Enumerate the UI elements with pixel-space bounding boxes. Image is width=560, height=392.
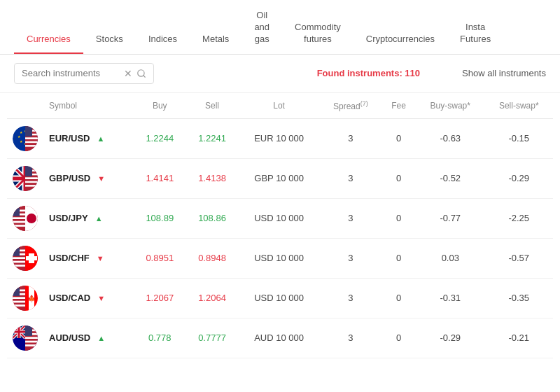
- svg-line-1: [144, 75, 146, 77]
- col-header-lot: Lot: [238, 93, 319, 119]
- spread-aud-usd: 3: [320, 318, 382, 358]
- flag-icon-usd-jpy: [13, 206, 38, 231]
- symbol-name-usd-jpy: USD/JPY: [49, 213, 88, 223]
- col-header-buy-swap: Buy-swap*: [416, 93, 484, 119]
- trend-indicator-usd-jpy: ▲: [95, 214, 103, 223]
- fee-eur-usd: 0: [382, 118, 416, 158]
- buy-price-usd-chf: 0.8951: [134, 238, 186, 278]
- svg-rect-78: [13, 304, 25, 307]
- symbol-cell-eur-usd: EUR/USD▲: [43, 118, 134, 158]
- svg-point-58: [27, 214, 36, 223]
- flag-icon-gbp-usd: [13, 166, 38, 191]
- spread-gbp-usd: 3: [320, 158, 382, 198]
- tab-metals[interactable]: Metals: [190, 24, 241, 54]
- svg-rect-21: [25, 143, 38, 145]
- symbol-name-aud-usd: AUD/USD: [49, 332, 90, 343]
- search-input[interactable]: [22, 68, 120, 78]
- flag-cell-gbp-usd: [7, 158, 43, 198]
- svg-rect-44: [25, 183, 38, 185]
- svg-rect-43: [25, 181, 38, 183]
- lot-usd-cad: USD 10 000: [238, 278, 319, 318]
- svg-rect-104: [25, 340, 38, 342]
- tab-oil-gas[interactable]: Oil and gas: [241, 0, 282, 54]
- sell-swap-usd-cad: -0.35: [484, 278, 553, 318]
- col-icon: [7, 93, 43, 119]
- svg-rect-103: [25, 337, 38, 339]
- symbol-name-usd-chf: USD/CHF: [49, 253, 90, 263]
- spread-usd-cad: 3: [320, 278, 382, 318]
- tab-indices[interactable]: Indices: [136, 24, 190, 54]
- sell-price-gbp-usd: 1.4138: [186, 158, 239, 198]
- table-row: 🍁 USD/CAD▼1.20671.2064USD 10 00030-0.31-…: [7, 278, 553, 318]
- trend-indicator-usd-chf: ▼: [97, 254, 104, 262]
- symbol-cell-usd-cad: USD/CAD▼: [43, 278, 134, 318]
- col-header-sell: Sell: [186, 93, 239, 119]
- svg-rect-46: [25, 186, 38, 188]
- svg-rect-77: [13, 300, 25, 302]
- search-box[interactable]: ✕: [14, 63, 154, 84]
- sell-swap-gbp-usd: -0.29: [484, 158, 553, 198]
- svg-rect-47: [25, 166, 32, 176]
- table-body: ★ ★ ★ ★ ★ ★ ★ ★: [7, 118, 553, 358]
- table-row: GBP/USD▼1.41411.4138GBP 10 00030-0.52-0.…: [7, 158, 553, 198]
- buy-price-usd-cad: 1.2067: [134, 278, 186, 318]
- buy-swap-eur-usd: -0.63: [416, 118, 484, 158]
- fee-usd-chf: 0: [382, 238, 416, 278]
- fee-gbp-usd: 0: [382, 158, 416, 198]
- svg-rect-106: [25, 326, 32, 336]
- tab-stocks[interactable]: Stocks: [83, 24, 136, 54]
- sell-swap-usd-chf: -0.57: [484, 238, 553, 278]
- col-header-sell-swap: Sell-swap*: [484, 93, 553, 119]
- tab-cryptocurrencies[interactable]: Cryptocurrencies: [354, 24, 447, 54]
- flag-cell-aud-usd: ★ ★ ★ ★ ★: [7, 318, 43, 358]
- sell-swap-eur-usd: -0.15: [484, 118, 553, 158]
- svg-rect-67: [13, 246, 20, 256]
- svg-rect-55: [13, 225, 25, 227]
- table-row: USD/JPY▲108.89108.86USD 10 00030-0.77-2.…: [7, 198, 553, 238]
- symbol-cell-usd-chf: USD/CHF▼: [43, 238, 134, 278]
- lot-aud-usd: AUD 10 000: [238, 318, 319, 358]
- fee-aud-usd: 0: [382, 318, 416, 358]
- show-all-instruments[interactable]: Show all instruments: [462, 68, 546, 78]
- col-header-fee: Fee: [382, 93, 416, 119]
- search-clear-icon[interactable]: ✕: [124, 68, 132, 79]
- svg-rect-53: [13, 217, 25, 219]
- svg-rect-76: [13, 297, 25, 299]
- sell-price-usd-jpy: 108.86: [186, 198, 239, 238]
- buy-swap-gbp-usd: -0.52: [416, 158, 484, 198]
- flag-cell-usd-chf: [7, 238, 43, 278]
- buy-swap-usd-jpy: -0.77: [416, 198, 484, 238]
- tab-commodity-futures[interactable]: Commodity futures: [282, 12, 354, 54]
- lot-usd-chf: USD 10 000: [238, 238, 319, 278]
- table-row: USD/CHF▼0.89510.8948USD 10 000300.03-0.5…: [7, 238, 553, 278]
- svg-rect-54: [13, 220, 25, 223]
- flag-icon-aud-usd: ★ ★ ★ ★ ★: [13, 326, 38, 351]
- buy-price-usd-jpy: 108.89: [134, 198, 186, 238]
- search-bar: ✕ Found instruments: 110 Show all instru…: [0, 55, 560, 93]
- table-row: ★ ★ ★ ★ ★ ★ ★ ★: [7, 118, 553, 158]
- svg-rect-45: [25, 185, 38, 187]
- buy-price-eur-usd: 1.2244: [134, 118, 186, 158]
- svg-rect-64: [13, 257, 25, 259]
- svg-rect-22: [25, 145, 38, 147]
- svg-rect-23: [25, 146, 38, 148]
- svg-rect-105: [25, 344, 38, 346]
- svg-text:🍁: 🍁: [27, 294, 36, 303]
- symbol-name-usd-cad: USD/CAD: [49, 293, 90, 303]
- flag-cell-usd-cad: 🍁: [7, 278, 43, 318]
- buy-price-aud-usd: 0.778: [134, 318, 186, 358]
- buy-swap-aud-usd: -0.29: [416, 318, 484, 358]
- symbol-cell-gbp-usd: GBP/USD▼: [43, 158, 134, 198]
- spread-eur-usd: 3: [320, 118, 382, 158]
- svg-rect-56: [13, 206, 20, 216]
- lot-gbp-usd: GBP 10 000: [238, 158, 319, 198]
- tab-currencies[interactable]: Currencies: [14, 24, 83, 54]
- sell-swap-aud-usd: -0.21: [484, 318, 553, 358]
- table-header: SymbolBuySellLotSpread(7)FeeBuy-swap*Sel…: [7, 93, 553, 119]
- instruments-table: SymbolBuySellLotSpread(7)FeeBuy-swap*Sel…: [7, 93, 553, 358]
- spread-usd-jpy: 3: [320, 198, 382, 238]
- svg-rect-65: [13, 260, 25, 262]
- tab-insta-futures[interactable]: Insta Futures: [447, 12, 503, 54]
- fee-usd-cad: 0: [382, 278, 416, 318]
- symbol-name-gbp-usd: GBP/USD: [49, 173, 90, 183]
